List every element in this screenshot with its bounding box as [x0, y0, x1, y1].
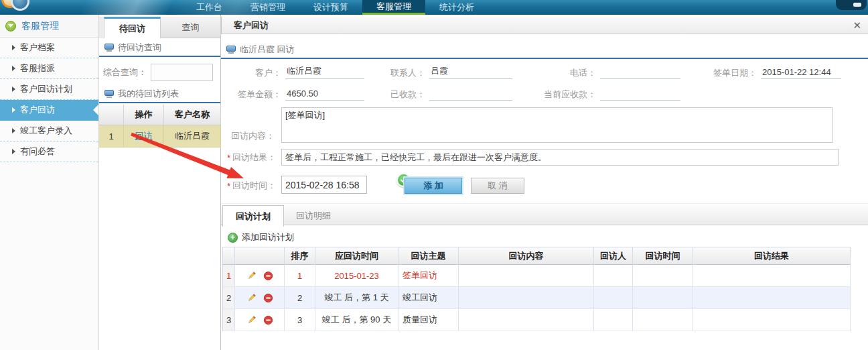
app-logo: [1, 0, 31, 13]
composite-query-input[interactable]: [151, 64, 213, 81]
row-index: 1: [99, 125, 124, 147]
visit-result-label: * 回访结果：: [221, 152, 276, 164]
add-visit-plan-link[interactable]: + 添加回访计划: [221, 229, 294, 245]
sidebar-item-label: 有问必答: [20, 145, 55, 158]
cell-result: [693, 287, 851, 309]
visit-plan-table: 排序 应回访时间 回访主题 回访内容 回访人 回访时间 回访结果 1 1 201…: [222, 247, 851, 331]
nav-item-marketing[interactable]: 营销管理: [236, 0, 299, 15]
col-header-content: 回访内容: [459, 247, 594, 265]
nav-item-workbench[interactable]: 工作台: [182, 0, 236, 15]
cell-due-time: 竣工 后，第 1 天: [315, 287, 399, 309]
nav-item-design-budget[interactable]: 设计预算: [299, 0, 362, 15]
edit-pencil-icon[interactable]: [246, 271, 257, 281]
cell-result: [693, 309, 851, 331]
cell-content: [459, 287, 594, 309]
nav-corner-button[interactable]: [836, 0, 867, 10]
field-label: 电话：: [529, 67, 596, 79]
visit-content-textarea[interactable]: [签单回访]: [281, 107, 833, 143]
visit-result-input[interactable]: [281, 149, 839, 166]
sidebar-header[interactable]: 客服管理: [0, 15, 98, 38]
monitor-icon: [104, 90, 114, 98]
row-index: 3: [223, 309, 235, 331]
customer-name: 临沂吕霞: [164, 125, 221, 147]
tab-query[interactable]: 查询: [161, 17, 221, 38]
field-value: 2015-01-22 12:44: [761, 67, 841, 79]
field-value: [429, 99, 512, 101]
cell-topic: 质量回访: [399, 309, 459, 331]
cell-result: [693, 265, 851, 287]
field-value: 4650.50: [285, 89, 364, 101]
cell-person: [594, 287, 633, 309]
col-header-person: 回访人: [594, 247, 633, 265]
cancel-button[interactable]: 取 消: [471, 178, 524, 194]
sidebar-item-completion-entry[interactable]: 竣工客户录入: [0, 121, 98, 141]
field-label: 签单日期：: [690, 67, 757, 79]
delete-minus-icon[interactable]: [263, 293, 273, 303]
section-title: 临沂吕霞 回访: [240, 44, 295, 56]
caret-right-icon: [12, 149, 15, 154]
section-title: 我的待回访列表: [118, 88, 179, 100]
table-row: 1 1 2015-01-23 签单回访: [223, 265, 850, 287]
tab-visit-detail[interactable]: 回访明细: [285, 205, 342, 226]
panel-header: 客户回访 ✕: [221, 17, 868, 34]
field-label: 已收款：: [365, 89, 425, 101]
sidebar: 客服管理 客户档案 客服指派 客户回访计划 客户回访 竣工客户录入 有问必答: [0, 15, 99, 350]
tab-visit-plan[interactable]: 回访计划: [222, 205, 284, 227]
visit-time-input[interactable]: [281, 176, 367, 194]
edit-pencil-icon[interactable]: [246, 293, 257, 303]
pending-query-section-header: 待回访查询: [99, 40, 220, 57]
sidebar-header-label: 客服管理: [21, 20, 59, 32]
col-header-customer: 客户名称: [164, 105, 221, 125]
field-value: 临沂吕霞: [285, 65, 364, 79]
app-root: 工作台 营销管理 设计预算 客服管理 统计分析 客服管理 客户档案 客服指派 客…: [0, 0, 868, 350]
caret-right-icon: [12, 66, 15, 71]
sidebar-item-service-assign[interactable]: 客服指派: [0, 58, 98, 79]
sidebar-item-label: 客户回访: [20, 104, 55, 116]
col-header-result: 回访结果: [693, 247, 851, 265]
sidebar-item-customer-visit[interactable]: 客户回访: [0, 100, 98, 121]
row-index: 2: [223, 287, 235, 309]
sidebar-item-visit-plan[interactable]: 客户回访计划: [0, 79, 98, 100]
field-sign-amount: 签单金额： 4650.50: [224, 86, 364, 101]
delete-minus-icon[interactable]: [263, 315, 273, 325]
sidebar-item-qna[interactable]: 有问必答: [0, 141, 98, 162]
cell-person: [594, 265, 633, 287]
plus-icon: +: [228, 233, 238, 243]
field-value: [600, 99, 680, 101]
cell-time: [633, 287, 693, 309]
caret-right-icon: [12, 45, 15, 50]
field-phone: 电话：: [529, 64, 680, 79]
my-pending-list-section-header: 我的待回访列表: [99, 86, 220, 103]
nav-item-customer-service[interactable]: 客服管理: [362, 0, 425, 15]
cell-content: [459, 309, 594, 331]
table-row: 3 3 竣工 后，第 90 天 质量回访: [223, 309, 850, 331]
col-header-actions: [235, 247, 285, 265]
chevron-down-icon: [5, 21, 16, 32]
cell-order: 3: [285, 309, 315, 331]
col-header-order: 排序: [285, 247, 315, 265]
nav-item-statistics[interactable]: 统计分析: [425, 0, 488, 15]
visit-form-section-header: 临沂吕霞 回访: [221, 42, 868, 59]
add-button[interactable]: 添 加: [405, 178, 462, 194]
close-icon[interactable]: ✕: [853, 19, 861, 32]
caret-right-icon: [12, 128, 15, 133]
edit-pencil-icon[interactable]: [246, 315, 257, 325]
field-received: 已收款：: [365, 86, 512, 101]
col-header-topic: 回访主题: [399, 247, 459, 265]
sidebar-item-customer-files[interactable]: 客户档案: [0, 38, 98, 58]
plan-tabbar: 回访计划 回访明细: [221, 203, 868, 225]
visit-link[interactable]: 回访: [124, 125, 164, 147]
tab-pending-visit[interactable]: 待回访: [104, 17, 161, 38]
col-header-action: 操作: [124, 105, 164, 125]
monitor-icon: [104, 44, 114, 52]
pending-visit-panel: 待回访 查询 待回访查询 综合查询： 我的待回访列表 操作 客户名称 1 回访 …: [99, 15, 221, 350]
middle-tabbar: 待回访 查询: [99, 17, 221, 38]
cell-person: [594, 309, 633, 331]
composite-query-label: 综合查询：: [103, 66, 147, 78]
delete-minus-icon[interactable]: [263, 271, 273, 281]
table-row: 2 2 竣工 后，第 1 天 竣工回访: [223, 287, 850, 309]
field-label: 当前应收款：: [529, 89, 596, 101]
col-header-time: 回访时间: [633, 247, 693, 265]
visit-content-label: 回访内容：: [221, 130, 275, 142]
field-customer: 客户： 临沂吕霞: [224, 64, 364, 79]
